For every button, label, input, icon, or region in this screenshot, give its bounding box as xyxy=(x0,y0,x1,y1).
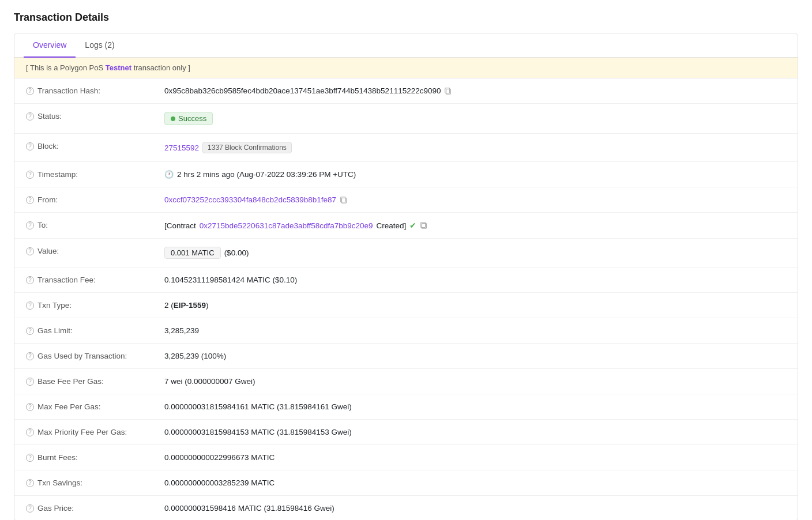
help-icon-from[interactable]: ? xyxy=(26,196,34,204)
label-max-fee: ? Max Fee Per Gas: xyxy=(26,402,164,411)
label-to: ? To: xyxy=(26,221,164,229)
row-gas-limit: ? Gas Limit: 3,285,239 xyxy=(14,318,798,344)
testnet-suffix: transaction only ] xyxy=(131,63,190,72)
label-gas-used: ? Gas Used by Transaction: xyxy=(26,352,164,360)
row-to: ? To: [Contract 0x2715bde5220631c87ade3a… xyxy=(14,213,798,239)
help-icon-max-fee[interactable]: ? xyxy=(26,403,34,411)
label-timestamp: ? Timestamp: xyxy=(26,170,164,179)
label-txn-savings: ? Txn Savings: xyxy=(26,478,164,487)
value-max-priority-fee: 0.000000031815984153 MATIC (31.815984153… xyxy=(164,428,786,436)
row-transaction-hash: ? Transaction Hash: 0x95c8bab326cb9585fe… xyxy=(14,78,798,104)
row-burnt-fees: ? Burnt Fees: 0.000000000022996673 MATIC xyxy=(14,445,798,470)
help-icon-timestamp[interactable]: ? xyxy=(26,171,34,179)
help-icon-gas-limit[interactable]: ? xyxy=(26,327,34,335)
value-value: 0.001 MATIC ($0.00) xyxy=(164,247,786,259)
row-txn-type: ? Txn Type: 2 (EIP-1559) xyxy=(14,293,798,318)
value-burnt-fees: 0.000000000022996673 MATIC xyxy=(164,453,786,462)
confirmations-badge: 1337 Block Confirmations xyxy=(202,142,292,153)
row-from: ? From: 0xccf073252ccc393304fa848cb2dc58… xyxy=(14,187,798,213)
to-contract-link[interactable]: 0x2715bde5220631c87ade3abff58cdfa7bb9c20… xyxy=(200,221,373,230)
row-txn-savings: ? Txn Savings: 0.000000000003285239 MATI… xyxy=(14,470,798,496)
value-transaction-hash: 0x95c8bab326cb9585fec4bdb20ace137451ae3b… xyxy=(164,86,786,95)
label-transaction-fee: ? Transaction Fee: xyxy=(26,276,164,284)
help-icon-base-fee[interactable]: ? xyxy=(26,378,34,386)
label-block: ? Block: xyxy=(26,142,164,150)
to-suffix: Created] xyxy=(377,221,407,230)
transaction-card: Overview Logs (2) [ This is a Polygon Po… xyxy=(14,33,798,520)
row-status: ? Status: Success xyxy=(14,104,798,134)
eip-label: EIP-1559 xyxy=(174,301,206,310)
row-transaction-fee: ? Transaction Fee: 0.10452311198581424 M… xyxy=(14,267,798,293)
help-icon-block[interactable]: ? xyxy=(26,142,34,150)
status-badge: Success xyxy=(164,112,213,125)
help-icon-txn-savings[interactable]: ? xyxy=(26,479,34,487)
help-icon-txn-type[interactable]: ? xyxy=(26,302,34,310)
value-usd: ($0.00) xyxy=(224,248,249,257)
value-to: [Contract 0x2715bde5220631c87ade3abff58c… xyxy=(164,221,786,230)
value-amount-badge: 0.001 MATIC xyxy=(164,247,221,259)
row-gas-price: ? Gas Price: 0.000000031598416 MATIC (31… xyxy=(14,496,798,520)
value-transaction-fee: 0.10452311198581424 MATIC ($0.10) xyxy=(164,276,786,284)
value-gas-price: 0.000000031598416 MATIC (31.81598416 Gwe… xyxy=(164,504,786,513)
help-icon-value[interactable]: ? xyxy=(26,247,34,255)
label-from: ? From: xyxy=(26,195,164,204)
check-icon: ✔ xyxy=(409,221,416,230)
help-icon-transaction-hash[interactable]: ? xyxy=(26,87,34,95)
testnet-banner: [ This is a Polygon PoS Testnet transact… xyxy=(14,58,798,78)
row-max-priority-fee: ? Max Priority Fee Per Gas: 0.0000000318… xyxy=(14,420,798,445)
help-icon-gas-used[interactable]: ? xyxy=(26,352,34,360)
help-icon-to[interactable]: ? xyxy=(26,221,34,229)
tab-overview[interactable]: Overview xyxy=(24,33,76,58)
testnet-link[interactable]: Testnet xyxy=(106,63,131,72)
help-icon-burnt-fees[interactable]: ? xyxy=(26,454,34,462)
value-from: 0xccf073252ccc393304fa848cb2dc5839b8b1fe… xyxy=(164,195,786,204)
label-gas-price: ? Gas Price: xyxy=(26,504,164,513)
clock-icon: 🕐 xyxy=(164,170,174,179)
value-status: Success xyxy=(164,112,786,125)
to-prefix: [Contract xyxy=(164,221,196,230)
label-burnt-fees: ? Burnt Fees: xyxy=(26,453,164,462)
status-dot xyxy=(171,116,175,121)
help-icon-status[interactable]: ? xyxy=(26,112,34,120)
row-block: ? Block: 27515592 1337 Block Confirmatio… xyxy=(14,134,798,162)
label-transaction-hash: ? Transaction Hash: xyxy=(26,86,164,95)
value-txn-savings: 0.000000000003285239 MATIC xyxy=(164,478,786,487)
help-icon-transaction-fee[interactable]: ? xyxy=(26,276,34,284)
block-number-link[interactable]: 27515592 xyxy=(164,144,199,152)
row-max-fee: ? Max Fee Per Gas: 0.000000031815984161 … xyxy=(14,394,798,420)
value-gas-limit: 3,285,239 xyxy=(164,326,786,335)
help-icon-gas-price[interactable]: ? xyxy=(26,504,34,513)
row-base-fee: ? Base Fee Per Gas: 7 wei (0.000000007 G… xyxy=(14,369,798,394)
label-max-priority-fee: ? Max Priority Fee Per Gas: xyxy=(26,428,164,436)
value-base-fee: 7 wei (0.000000007 Gwei) xyxy=(164,377,786,386)
value-timestamp: 🕐 2 hrs 2 mins ago (Aug-07-2022 03:39:26… xyxy=(164,170,786,179)
label-txn-type: ? Txn Type: xyxy=(26,301,164,310)
tabs-container: Overview Logs (2) xyxy=(14,33,798,58)
copy-icon-from[interactable] xyxy=(340,196,348,204)
from-address-link[interactable]: 0xccf073252ccc393304fa848cb2dc5839b8b1fe… xyxy=(164,195,336,204)
value-txn-type: 2 (EIP-1559) xyxy=(164,301,786,310)
copy-icon-to[interactable] xyxy=(420,221,428,229)
label-status: ? Status: xyxy=(26,112,164,120)
copy-icon-transaction-hash[interactable] xyxy=(444,87,452,95)
testnet-prefix: [ This is a Polygon PoS xyxy=(26,63,106,72)
page-title: Transaction Details xyxy=(14,12,798,24)
value-block: 27515592 1337 Block Confirmations xyxy=(164,142,786,153)
value-max-fee: 0.000000031815984161 MATIC (31.815984161… xyxy=(164,402,786,411)
label-base-fee: ? Base Fee Per Gas: xyxy=(26,377,164,386)
label-gas-limit: ? Gas Limit: xyxy=(26,326,164,335)
row-value: ? Value: 0.001 MATIC ($0.00) xyxy=(14,239,798,267)
tab-logs[interactable]: Logs (2) xyxy=(76,33,123,58)
label-value: ? Value: xyxy=(26,247,164,255)
row-gas-used: ? Gas Used by Transaction: 3,285,239 (10… xyxy=(14,344,798,369)
value-gas-used: 3,285,239 (100%) xyxy=(164,352,786,360)
help-icon-max-priority-fee[interactable]: ? xyxy=(26,428,34,436)
row-timestamp: ? Timestamp: 🕐 2 hrs 2 mins ago (Aug-07-… xyxy=(14,162,798,187)
